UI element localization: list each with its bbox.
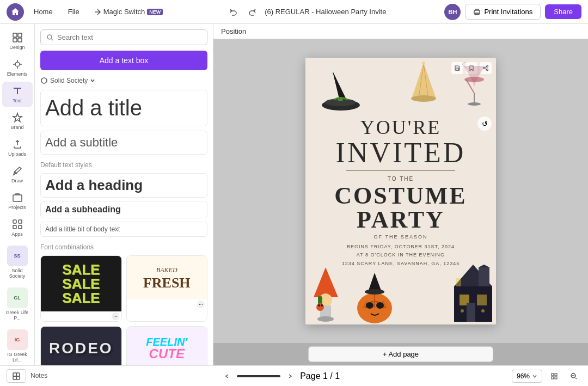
user-avatar[interactable]: BH bbox=[444, 4, 461, 20]
subtitle-style-option[interactable]: Add a subtitle bbox=[40, 131, 207, 155]
search-box[interactable] bbox=[40, 29, 207, 45]
combo-dot-2: ⋯ bbox=[197, 301, 205, 308]
zoom-out-button[interactable] bbox=[566, 369, 581, 384]
font-kit-selector[interactable]: Solid Society bbox=[40, 77, 207, 84]
share-button[interactable]: Share bbox=[545, 4, 581, 19]
page-dot bbox=[237, 375, 280, 377]
redo-button[interactable] bbox=[245, 4, 260, 20]
font-combo-card-sale[interactable]: SALESALESALE ⋯ bbox=[40, 255, 122, 322]
font-combo-card-rodeo[interactable]: RODEO ⋯ bbox=[40, 326, 122, 365]
svg-rect-8 bbox=[19, 220, 22, 223]
svg-point-22 bbox=[422, 62, 425, 65]
svg-rect-54 bbox=[552, 373, 554, 376]
add-text-box-button[interactable]: Add a text box bbox=[40, 51, 207, 70]
canvas-bottom-decorations bbox=[305, 266, 496, 324]
sidebar-item-projects[interactable]: Projects bbox=[2, 188, 33, 214]
svg-marker-42 bbox=[479, 265, 489, 267]
canvas-refresh-button[interactable]: ↺ bbox=[477, 117, 492, 131]
font-kit-label: Solid Society bbox=[50, 77, 88, 84]
add-page-button[interactable]: + Add page bbox=[308, 346, 493, 362]
sidebar-item-greek-life[interactable]: GL Greek Life P... bbox=[2, 284, 33, 324]
font-kit-icon bbox=[40, 77, 48, 84]
zoom-fit-button[interactable] bbox=[547, 369, 562, 384]
sidebar-item-ig-greek[interactable]: IG IG Greek Lif... bbox=[2, 326, 33, 365]
sidebar-item-apps[interactable]: Apps bbox=[2, 215, 33, 241]
haunted-house-illustration bbox=[451, 259, 495, 324]
left-icon-bar: Design Elements Text Brand Uploads Draw … bbox=[0, 24, 35, 365]
home-button[interactable] bbox=[7, 3, 24, 21]
svg-point-37 bbox=[376, 302, 384, 309]
address-text: 1234 SCARY LANE, SAVANNAH, GA, 12345 bbox=[342, 261, 460, 266]
svg-rect-52 bbox=[13, 376, 16, 379]
svg-rect-2 bbox=[18, 33, 22, 37]
search-input[interactable] bbox=[57, 33, 201, 41]
invited-text-block: YOU'RE INVITED bbox=[336, 116, 466, 167]
body-style-option[interactable]: Add a little bit of body text bbox=[40, 222, 207, 237]
title-style-option[interactable]: Add a title bbox=[40, 90, 207, 126]
svg-point-48 bbox=[461, 309, 464, 313]
next-page-button[interactable] bbox=[283, 369, 298, 384]
svg-marker-41 bbox=[479, 275, 489, 286]
party-hat-illustration bbox=[409, 60, 439, 104]
svg-rect-56 bbox=[552, 377, 554, 379]
of-season-text: OF THE SEASON bbox=[374, 234, 428, 240]
svg-rect-1 bbox=[13, 33, 17, 37]
witch-hat-illustration bbox=[311, 60, 360, 115]
file-nav-button[interactable]: File bbox=[63, 5, 85, 18]
divider-line-top bbox=[346, 170, 455, 171]
home-nav-button[interactable]: Home bbox=[28, 5, 58, 18]
sidebar-item-text[interactable]: Text bbox=[2, 82, 33, 107]
font-combo-card-feelin-cute[interactable]: FEELIN' CUTE ⋯ bbox=[126, 326, 208, 365]
invited-main-text: INVITED bbox=[336, 139, 466, 167]
topbar: Home File Magic Switch NEW (6) REGULAR -… bbox=[0, 0, 588, 24]
subheading-style-option[interactable]: Add a subheading bbox=[40, 201, 207, 218]
sidebar-item-elements[interactable]: Elements bbox=[2, 55, 33, 81]
sidebar-item-solid-society[interactable]: SS Solid Society bbox=[2, 242, 33, 283]
svg-rect-7 bbox=[13, 220, 16, 223]
wine-glass-illustration bbox=[458, 60, 491, 109]
sidebar-item-uploads[interactable]: Uploads bbox=[2, 135, 33, 161]
svg-rect-47 bbox=[456, 278, 461, 286]
zoom-level: 96% bbox=[517, 372, 530, 380]
magic-switch-button[interactable]: Magic Switch NEW bbox=[89, 5, 168, 18]
document-title: (6) REGULAR - Halloween Party Invite bbox=[265, 8, 386, 16]
main-layout: Design Elements Text Brand Uploads Draw … bbox=[0, 24, 588, 365]
svg-rect-51 bbox=[16, 373, 20, 376]
notes-label: Notes bbox=[30, 372, 47, 379]
undo-button[interactable] bbox=[225, 4, 241, 20]
rodeo-text: RODEO bbox=[49, 340, 113, 357]
canvas-wrapper: ↺ bbox=[213, 39, 588, 343]
svg-point-20 bbox=[338, 98, 343, 101]
to-the-text: TO THE bbox=[388, 176, 414, 182]
position-label: Position bbox=[221, 27, 246, 35]
sidebar-item-draw[interactable]: Draw bbox=[2, 162, 33, 187]
show-pages-button[interactable] bbox=[7, 369, 26, 383]
svg-point-5 bbox=[15, 62, 20, 66]
svg-rect-43 bbox=[479, 267, 489, 275]
print-invitations-button[interactable]: Print Invitations bbox=[465, 4, 541, 20]
svg-rect-46 bbox=[467, 303, 475, 322]
topbar-right: BH Print Invitations Share bbox=[444, 4, 581, 20]
default-styles-label: Default text styles bbox=[40, 161, 207, 169]
font-combo-card-baked-fresh[interactable]: BAKED FRESH ⋯ bbox=[126, 255, 208, 322]
canvas-top-decorations bbox=[305, 58, 496, 112]
canvas-area: Position ↺ bbox=[213, 24, 588, 365]
svg-point-31 bbox=[318, 304, 320, 307]
sidebar-item-design[interactable]: Design bbox=[2, 28, 33, 54]
svg-rect-57 bbox=[555, 377, 557, 379]
zoom-button[interactable]: 96% bbox=[512, 370, 542, 383]
svg-rect-45 bbox=[477, 295, 487, 305]
text-panel: Add a text box Solid Society Add a title… bbox=[35, 24, 213, 365]
sale-text: SALESALESALE bbox=[60, 260, 102, 307]
search-icon bbox=[46, 34, 54, 41]
svg-point-12 bbox=[47, 35, 52, 39]
svg-rect-9 bbox=[13, 225, 16, 229]
heading-style-option[interactable]: Add a heading bbox=[40, 173, 207, 198]
svg-point-28 bbox=[317, 316, 334, 322]
canvas-card[interactable]: ↺ bbox=[305, 58, 496, 324]
svg-point-38 bbox=[365, 289, 384, 295]
font-combo-grid: SALESALESALE ⋯ BAKED FRESH bbox=[40, 255, 207, 365]
prev-page-button[interactable] bbox=[219, 369, 235, 384]
new-badge: NEW bbox=[147, 9, 163, 15]
sidebar-item-brand[interactable]: Brand bbox=[2, 108, 33, 134]
